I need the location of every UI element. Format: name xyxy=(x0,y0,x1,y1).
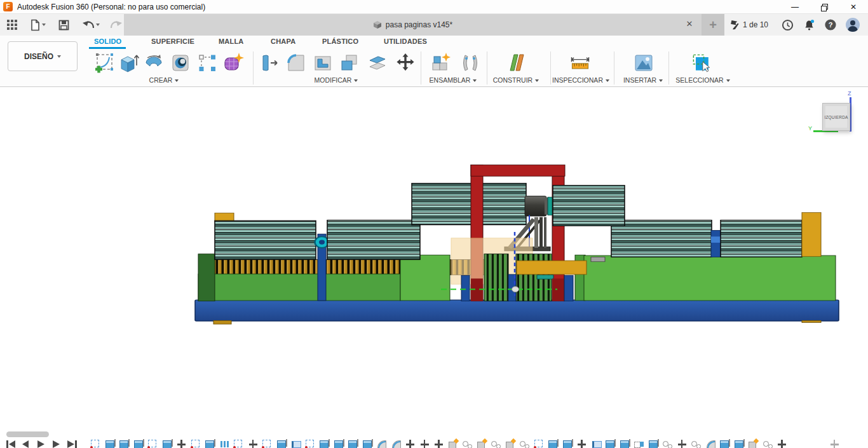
move-copy-button[interactable] xyxy=(394,51,417,74)
group-label-construir[interactable]: CONSTRUIR xyxy=(481,76,551,84)
group-label-seleccionar[interactable]: SELECCIONAR xyxy=(668,76,738,84)
timeline-feature-move[interactable] xyxy=(177,439,186,448)
timeline-play-button[interactable] xyxy=(36,440,46,448)
timeline-feature-move[interactable] xyxy=(248,439,258,448)
close-button[interactable]: ✕ xyxy=(839,0,868,14)
user-avatar[interactable] xyxy=(846,18,860,32)
timeline-feature-sketch[interactable] xyxy=(91,439,100,448)
timeline-feature-component[interactable] xyxy=(749,439,758,448)
file-menu-button[interactable] xyxy=(29,18,47,32)
model-canvas[interactable]: IZQUIERDA Z Y xyxy=(0,87,868,448)
new-component-button[interactable] xyxy=(430,51,452,74)
combine-button[interactable] xyxy=(338,51,361,74)
job-status-button[interactable]: 1 de 10 xyxy=(729,20,768,31)
timeline-step-forward-button[interactable] xyxy=(51,440,62,448)
timeline-feature-joint[interactable] xyxy=(520,439,529,448)
shell-button[interactable] xyxy=(311,51,334,74)
timeline-feature-move[interactable] xyxy=(434,439,444,448)
timeline-feature-extrude[interactable] xyxy=(548,439,558,448)
view-cube-face[interactable]: IZQUIERDA xyxy=(822,103,850,131)
timeline-feature-extrude[interactable] xyxy=(563,439,573,448)
new-tab-button[interactable]: + xyxy=(702,14,724,36)
revolve-button[interactable] xyxy=(142,51,165,74)
timeline-feature-joint[interactable] xyxy=(663,439,672,448)
save-button[interactable] xyxy=(57,18,71,32)
select-button[interactable] xyxy=(690,51,715,74)
timeline-feature-sketch[interactable] xyxy=(234,439,243,448)
timeline-feature-sketch[interactable] xyxy=(306,439,315,448)
timeline-feature-component[interactable] xyxy=(477,439,487,448)
timeline-feature-joint[interactable] xyxy=(463,439,472,448)
timeline-feature-component[interactable] xyxy=(506,439,515,448)
workspace-selector-button[interactable]: DISEÑO xyxy=(8,41,78,71)
timeline-feature-move[interactable] xyxy=(405,439,415,448)
timeline-feature-extrude[interactable] xyxy=(649,439,658,448)
measure-button[interactable] xyxy=(569,51,594,74)
fillet-button[interactable] xyxy=(285,51,308,74)
tab-solido[interactable]: SOLIDO xyxy=(94,37,121,48)
timeline-feature-extrude[interactable] xyxy=(720,439,729,448)
create-form-button[interactable] xyxy=(221,51,244,74)
group-label-modificar[interactable]: MODIFICAR xyxy=(301,76,371,84)
tab-plastico[interactable]: PLÁSTICO xyxy=(322,37,358,48)
timeline-feature-fillet[interactable] xyxy=(377,439,386,448)
timeline-feature-joint[interactable] xyxy=(763,439,773,448)
help-button[interactable]: ? xyxy=(824,18,837,31)
model-left-assembly[interactable] xyxy=(198,213,489,301)
timeline-go-to-end-button[interactable] xyxy=(66,440,77,448)
timeline-feature-sketch[interactable] xyxy=(148,439,158,448)
press-pull-button[interactable] xyxy=(258,51,281,74)
timeline-step-back-button[interactable] xyxy=(20,440,31,448)
tab-chapa[interactable]: CHAPA xyxy=(271,37,295,48)
model-base-plate[interactable] xyxy=(195,300,839,324)
extension-manager-button[interactable] xyxy=(781,18,794,31)
tab-utilidades[interactable]: UTILIDADES xyxy=(384,37,427,48)
timeline-feature-extrude[interactable] xyxy=(163,439,172,448)
timeline-feature-plane[interactable] xyxy=(592,439,601,448)
offset-face-button[interactable] xyxy=(366,51,389,74)
restore-button[interactable] xyxy=(810,0,839,14)
insert-image-button[interactable] xyxy=(632,51,655,74)
timeline-feature-plane[interactable] xyxy=(291,439,301,448)
timeline-feature-extrude[interactable] xyxy=(334,439,344,448)
hole-button[interactable] xyxy=(169,51,192,74)
timeline-feature-extrude[interactable] xyxy=(606,439,615,448)
minimize-button[interactable]: — xyxy=(780,0,810,14)
timeline-feature-joint[interactable] xyxy=(491,439,501,448)
timeline-feature-mirror[interactable] xyxy=(634,439,644,448)
undo-button[interactable] xyxy=(81,18,101,32)
tab-superficie[interactable]: SUPERFICIE xyxy=(151,37,194,48)
timeline-go-to-start-button[interactable] xyxy=(5,440,16,448)
view-cube[interactable]: IZQUIERDA Z Y xyxy=(808,92,859,138)
extrude-button[interactable] xyxy=(117,51,140,74)
timeline-feature-extrude[interactable] xyxy=(105,439,115,448)
timeline-feature-sketch[interactable] xyxy=(534,439,544,448)
cad-model-viewport[interactable] xyxy=(0,87,868,448)
timeline-feature-extrude[interactable] xyxy=(119,439,129,448)
construction-plane-button[interactable] xyxy=(505,51,528,74)
timeline-feature-extrude[interactable] xyxy=(735,439,744,448)
timeline-feature-move[interactable] xyxy=(577,439,587,448)
timeline-feature-move[interactable] xyxy=(677,439,687,448)
timeline-feature-extrude[interactable] xyxy=(620,439,630,448)
timeline-feature-pattern[interactable] xyxy=(220,439,229,448)
timeline-feature-extrude[interactable] xyxy=(205,439,215,448)
timeline-feature-component[interactable] xyxy=(449,439,458,448)
joint-button[interactable] xyxy=(459,51,482,74)
document-tab[interactable]: pasa paginas v145* xyxy=(373,20,452,29)
document-tab-close-button[interactable]: ✕ xyxy=(684,19,695,29)
timeline-feature-extrude[interactable] xyxy=(363,439,372,448)
timeline-feature-sketch[interactable] xyxy=(262,439,272,448)
timeline-feature-move[interactable] xyxy=(777,439,787,448)
timeline-feature-move[interactable] xyxy=(420,439,430,448)
group-label-ensamblar[interactable]: ENSAMBLAR xyxy=(418,76,488,84)
rectangular-pattern-button[interactable] xyxy=(196,51,219,74)
group-label-crear[interactable]: CREAR xyxy=(129,76,199,84)
timeline-feature-joint[interactable] xyxy=(691,439,701,448)
timeline-feature-extrude[interactable] xyxy=(348,439,358,448)
timeline-feature-extrude[interactable] xyxy=(277,439,287,448)
tab-malla[interactable]: MALLA xyxy=(219,37,244,48)
timeline-feature-extrude[interactable] xyxy=(134,439,144,448)
app-grid-button[interactable] xyxy=(5,18,20,32)
timeline-scrollbar[interactable] xyxy=(6,431,49,437)
